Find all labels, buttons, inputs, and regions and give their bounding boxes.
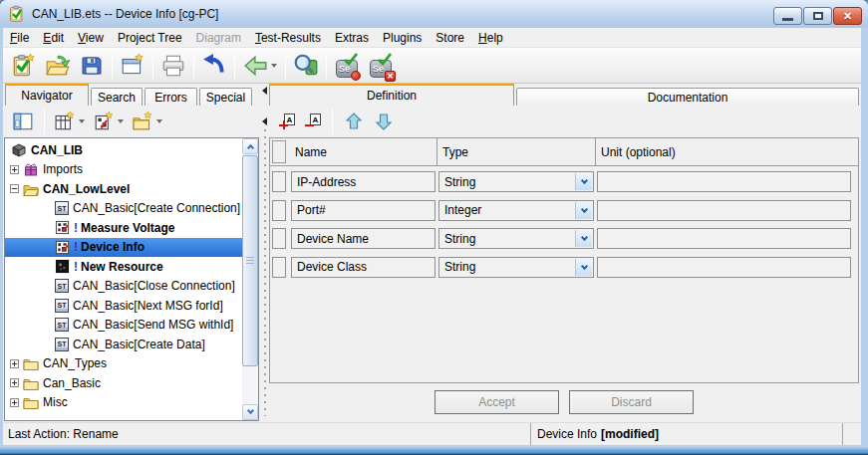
print-icon bbox=[160, 53, 186, 79]
type-combobox[interactable]: String bbox=[438, 257, 594, 278]
tree-item-can-basic-send-msg[interactable]: ST CAN_Basic[Send MSG withId] bbox=[5, 316, 242, 336]
open-button[interactable] bbox=[41, 51, 75, 81]
menu-test-results[interactable]: Test-Results bbox=[248, 29, 328, 47]
row-selector[interactable] bbox=[272, 171, 286, 192]
tree-item-can-basic-create-data[interactable]: ST CAN_Basic[Create Data] bbox=[5, 335, 242, 354]
title-bar[interactable]: CAN_LIB.ets -- Device Info [cg-PC] ✕ bbox=[0, 0, 868, 28]
menu-plugins[interactable]: Plugins bbox=[376, 29, 429, 47]
resource-icon bbox=[55, 259, 70, 274]
add-attribute-button[interactable]: A bbox=[277, 109, 297, 134]
name-cell[interactable]: Device Name bbox=[291, 228, 435, 249]
tab-special[interactable]: Special bbox=[199, 88, 252, 106]
tree-item-can-basic-create-connection[interactable]: ST CAN_Basic[Create Connection] bbox=[5, 199, 242, 219]
back-button[interactable] bbox=[238, 51, 282, 81]
new-test-button[interactable] bbox=[7, 51, 41, 81]
discard-button[interactable]: Discard bbox=[569, 390, 694, 414]
combo-dropdown-button[interactable] bbox=[575, 173, 592, 190]
name-cell[interactable]: IP-Address bbox=[291, 171, 435, 192]
new-table-button[interactable] bbox=[53, 109, 87, 134]
search-button[interactable] bbox=[289, 51, 323, 81]
menu-file[interactable]: File bbox=[3, 29, 36, 47]
menu-edit[interactable]: Edit bbox=[36, 29, 71, 47]
expand-icon[interactable] bbox=[10, 378, 19, 387]
menu-store[interactable]: Store bbox=[429, 29, 471, 47]
minimize-button[interactable] bbox=[773, 7, 802, 25]
tab-navigator[interactable]: Navigator bbox=[5, 84, 89, 106]
collapse-icon[interactable] bbox=[10, 184, 19, 193]
new-sequence-dropdown-icon[interactable] bbox=[118, 119, 124, 123]
close-button[interactable]: ✕ bbox=[833, 7, 862, 25]
save-button[interactable] bbox=[75, 51, 109, 81]
tree-item-can-lowlevel[interactable]: CAN_LowLevel bbox=[5, 179, 242, 199]
combo-dropdown-button[interactable] bbox=[575, 202, 592, 219]
tree-item-misc[interactable]: Misc bbox=[5, 393, 242, 413]
tab-errors[interactable]: Errors bbox=[145, 88, 197, 106]
table-row: Port# Integer bbox=[270, 195, 858, 224]
remove-attribute-icon: A bbox=[305, 114, 321, 129]
tree-item-measure-voltage[interactable]: ! Measure Voltage bbox=[5, 218, 242, 238]
type-combobox[interactable]: String bbox=[438, 171, 594, 192]
tree-item-new-resource[interactable]: ! New Resource bbox=[5, 257, 242, 277]
remove-attribute-button[interactable]: A bbox=[303, 109, 323, 134]
sequence-record-button[interactable]: Se bbox=[330, 51, 364, 81]
new-table-dropdown-icon[interactable] bbox=[79, 119, 85, 123]
column-header-unit: Unit (optional) bbox=[601, 145, 676, 159]
imports-gift-icon bbox=[23, 161, 39, 177]
print-button[interactable] bbox=[156, 51, 190, 81]
unit-cell[interactable] bbox=[597, 257, 851, 278]
menu-view[interactable]: View bbox=[71, 29, 111, 47]
tree-item-can-basic-next-msg[interactable]: ST CAN_Basic[Next MSG forId] bbox=[5, 296, 242, 316]
toggle-panel-button[interactable] bbox=[10, 109, 36, 134]
combo-dropdown-button[interactable] bbox=[575, 230, 592, 247]
tree-item-can-basic-close-connection[interactable]: ST CAN_Basic[Close Connection] bbox=[5, 277, 242, 297]
new-window-button[interactable] bbox=[116, 51, 149, 81]
tree-item-device-info[interactable]: ! Device Info bbox=[5, 238, 242, 258]
back-dropdown-icon[interactable] bbox=[271, 64, 277, 68]
tree-item-can-types[interactable]: CAN_Types bbox=[5, 354, 242, 374]
tab-documentation[interactable]: Documentation bbox=[516, 88, 859, 106]
collapse-left-icon[interactable] bbox=[262, 87, 267, 95]
collapse-left-icon[interactable] bbox=[262, 117, 267, 125]
unit-cell[interactable] bbox=[597, 200, 851, 221]
unit-cell[interactable] bbox=[597, 228, 851, 249]
scroll-down-button[interactable] bbox=[242, 404, 258, 420]
tree-item-can-lib[interactable]: CAN_LIB bbox=[5, 140, 242, 160]
new-sequence-button[interactable] bbox=[92, 109, 126, 134]
menu-extras[interactable]: Extras bbox=[328, 29, 376, 47]
row-selector[interactable] bbox=[272, 200, 286, 221]
scrollbar-thumb[interactable] bbox=[242, 155, 258, 366]
menu-project-tree[interactable]: Project Tree bbox=[111, 29, 189, 47]
new-folder-button[interactable] bbox=[131, 109, 164, 134]
editor-tab-row: Definition Documentation bbox=[269, 84, 859, 106]
expand-icon[interactable] bbox=[10, 359, 19, 368]
navigator-panel: Navigator Search Errors Special bbox=[4, 84, 260, 422]
tree-scrollbar[interactable] bbox=[242, 138, 258, 420]
unit-cell[interactable] bbox=[597, 171, 851, 192]
name-cell[interactable]: Device Class bbox=[291, 257, 435, 278]
move-down-button[interactable] bbox=[372, 109, 396, 134]
name-cell[interactable]: Port# bbox=[291, 200, 435, 221]
arrow-down-icon bbox=[374, 112, 394, 131]
scroll-up-button[interactable] bbox=[242, 138, 258, 154]
panel-splitter[interactable] bbox=[261, 84, 269, 422]
new-folder-dropdown-icon[interactable] bbox=[156, 119, 162, 123]
undo-button[interactable] bbox=[197, 51, 231, 81]
tab-definition[interactable]: Definition bbox=[269, 84, 514, 106]
row-selector[interactable] bbox=[272, 257, 286, 278]
expand-icon[interactable] bbox=[10, 165, 19, 174]
tab-search[interactable]: Search bbox=[91, 88, 143, 106]
menu-help[interactable]: Help bbox=[471, 29, 510, 47]
move-up-button[interactable] bbox=[342, 109, 366, 134]
maximize-button[interactable] bbox=[803, 7, 832, 25]
expand-icon[interactable] bbox=[10, 398, 19, 407]
project-icon bbox=[11, 142, 27, 158]
row-selector[interactable] bbox=[272, 228, 286, 249]
minimize-icon bbox=[782, 18, 793, 21]
tree-item-can-basic[interactable]: Can_Basic bbox=[5, 373, 242, 393]
type-combobox[interactable]: String bbox=[438, 228, 594, 249]
type-combobox[interactable]: Integer bbox=[438, 200, 594, 221]
tree-item-imports[interactable]: Imports bbox=[5, 160, 242, 180]
sequence-stop-button[interactable]: Se bbox=[364, 51, 398, 81]
accept-button[interactable]: Accept bbox=[434, 390, 559, 414]
combo-dropdown-button[interactable] bbox=[575, 259, 592, 276]
